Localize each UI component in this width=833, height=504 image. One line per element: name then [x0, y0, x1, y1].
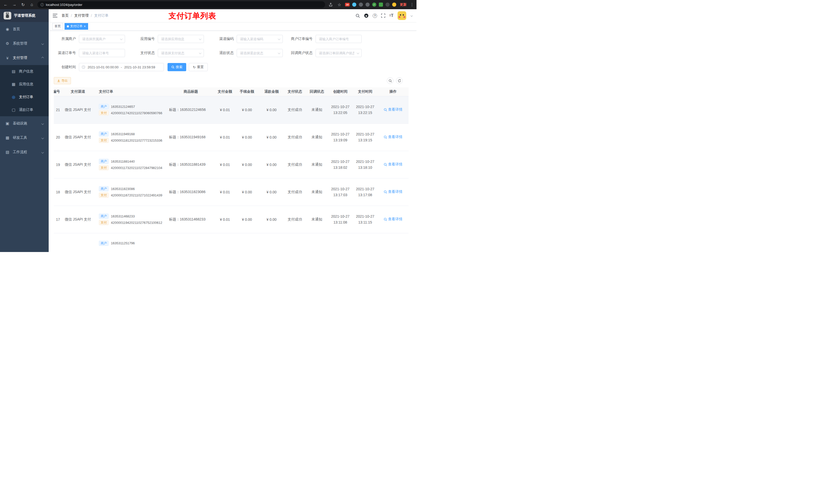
browser-menu-icon[interactable]: ⋮ [410, 2, 414, 7]
view-detail-link[interactable]: 查看详情 [384, 135, 402, 139]
pay-order-no: 4200001167202110271022491439 [111, 193, 162, 197]
github-icon[interactable] [364, 13, 368, 18]
monitor-icon: ▣ [5, 121, 10, 126]
view-detail-link[interactable]: 查看详情 [384, 190, 402, 194]
avatar-caret-icon[interactable] [411, 15, 413, 17]
refresh-table-icon[interactable] [396, 77, 403, 84]
app-select-input[interactable] [158, 35, 204, 43]
merchant-select[interactable] [79, 35, 125, 43]
breadcrumb-parent[interactable]: 支付管理 [74, 13, 89, 18]
chevron-up-icon [42, 56, 44, 59]
merchant-order-no-input[interactable] [315, 35, 362, 43]
reset-button[interactable]: ↻ 重置 [189, 63, 208, 71]
sidebar-item-home[interactable]: ◉ 首页 [0, 22, 49, 37]
channel-code-input[interactable] [237, 35, 283, 43]
bookmark-star-icon[interactable]: ☆ [336, 2, 342, 8]
table-partial-body: 商户 1635311251796 [54, 233, 409, 252]
extension-chat-icon[interactable] [379, 3, 383, 7]
reload-icon[interactable]: ↻ [20, 2, 26, 8]
filter-form: 所属商户 应用编号 渠道编码 [49, 31, 416, 71]
share-icon[interactable] [328, 2, 334, 8]
sidebar-item-pay-order[interactable]: ◎ 支付订单 [0, 91, 49, 103]
search-icon [171, 66, 174, 69]
filter-refund-status: 退款状态 [212, 49, 283, 57]
filter-channel-order-no: 渠道订单号 [54, 49, 125, 57]
view-detail-link[interactable]: 查看详情 [384, 217, 402, 221]
site-info-icon[interactable]: i [41, 3, 44, 6]
breadcrumb-home[interactable]: 首页 [62, 13, 69, 18]
date-end: 2021-10-31 23:59:59 [124, 65, 155, 69]
extension-check-icon[interactable]: ✓ [372, 3, 376, 7]
pay-time: 2021-10-27 13:11:15 [353, 206, 378, 233]
profile-avatar-icon[interactable] [392, 3, 396, 7]
extension-badge[interactable]: 10 [345, 3, 350, 6]
app-select[interactable] [158, 35, 204, 43]
channel-code-select[interactable] [237, 35, 283, 43]
filter-app: 应用编号 [133, 35, 204, 43]
pay-order-no: 4200001173202110272847982104 [111, 166, 162, 170]
pay-channel: 微信 JSAPI 支付 [60, 123, 96, 151]
toggle-search-icon[interactable] [387, 77, 394, 84]
url-bar[interactable]: i localhost:1024/pay/order [38, 1, 325, 8]
merchant-tag: 商户 [99, 104, 109, 109]
refresh-icon: ↻ [193, 65, 196, 69]
sidebar-item-system[interactable]: ⚙ 系统管理 [0, 37, 49, 51]
tag-pay-order[interactable]: 支付订单 × [65, 23, 88, 30]
create-time-range-picker[interactable]: 2021-10-01 00:00:00 - 2021-10-31 23:59:5… [79, 63, 164, 71]
search-icon[interactable] [356, 14, 360, 18]
help-icon[interactable]: ? [373, 14, 377, 18]
channel-order-no-field[interactable] [79, 49, 125, 57]
filter-merchant: 所属商户 [54, 35, 125, 43]
sidebar-item-payment[interactable]: ¥ 支付管理 [0, 51, 49, 65]
sidebar-logo[interactable]: 芋道管理系统 [0, 9, 49, 22]
order-id: 18 [56, 190, 60, 194]
view-detail-link[interactable]: 查看详情 [384, 162, 402, 167]
sidebar-item-merchant-info[interactable]: ▤ 商户信息 [0, 65, 49, 78]
merchant-order-no: 1635311251796 [111, 241, 135, 245]
sidebar-item-refund-order[interactable]: ▢ 退款订单 [0, 103, 49, 116]
extension-drop-icon[interactable] [352, 3, 356, 7]
refund-status-input[interactable] [237, 49, 283, 57]
close-icon[interactable]: × [84, 25, 86, 28]
refund-amount: ¥ 0.00 [259, 151, 284, 178]
hamburger-icon[interactable] [53, 14, 57, 18]
tag-home[interactable]: 首页 [52, 23, 63, 30]
sidebar-menu: ◉ 首页 ⚙ 系统管理 ¥ 支付管理 ▤ 商户信息 ▦ 应用信息 [0, 22, 49, 159]
pay-tag: 支付 [99, 220, 109, 225]
notify-status-input[interactable] [315, 49, 362, 57]
forward-icon[interactable]: → [11, 2, 18, 8]
sidebar-item-app-info[interactable]: ▦ 应用信息 [0, 78, 49, 91]
extension-icon-1[interactable] [359, 3, 363, 7]
font-size-icon[interactable]: TT [389, 13, 394, 18]
chevron-down-icon [42, 42, 44, 45]
sidebar-item-infra[interactable]: ▣ 基础设施 [0, 116, 49, 130]
annotation-text: 支付订单列表 [169, 11, 216, 21]
notify-status: 未通知 [306, 178, 328, 206]
app-title: 芋道管理系统 [14, 13, 35, 18]
extension-icon-2[interactable] [365, 3, 370, 7]
browser-update-button[interactable]: 更新 [399, 2, 407, 7]
back-icon[interactable]: ← [3, 2, 9, 8]
table-row: 18 微信 JSAPI 支付 商户 1635311823086 支付 [54, 178, 409, 206]
gear-icon: ⚙ [5, 41, 10, 46]
home-icon[interactable]: ⌂ [29, 2, 35, 8]
pay-status-input[interactable] [158, 49, 204, 57]
notify-status-select[interactable] [315, 49, 362, 57]
search-button[interactable]: 搜索 [168, 63, 186, 71]
channel-order-no-input[interactable] [79, 49, 125, 57]
fullscreen-icon[interactable] [381, 14, 385, 18]
user-avatar[interactable] [398, 11, 406, 20]
merchant-order-no: 1635311823086 [111, 187, 135, 191]
merchant-select-input[interactable] [79, 35, 125, 43]
sidebar-item-dev-tools[interactable]: ▩ 研发工具 [0, 130, 49, 145]
pay-status-select[interactable] [158, 49, 204, 57]
payment-submenu: ▤ 商户信息 ▦ 应用信息 ◎ 支付订单 ▢ 退款订单 [0, 65, 49, 116]
refund-status-select[interactable] [237, 49, 283, 57]
export-button[interactable]: 导出 [54, 77, 71, 84]
merchant-order-no-field[interactable] [315, 35, 362, 43]
download-icon [57, 79, 60, 82]
extensions-pin-icon[interactable] [385, 3, 389, 7]
sidebar-item-workflow[interactable]: ▧ 工作流程 [0, 145, 49, 159]
view-detail-link[interactable]: 查看详情 [384, 107, 402, 112]
create-time: 2021-10-27 13:22:05 [328, 96, 353, 123]
